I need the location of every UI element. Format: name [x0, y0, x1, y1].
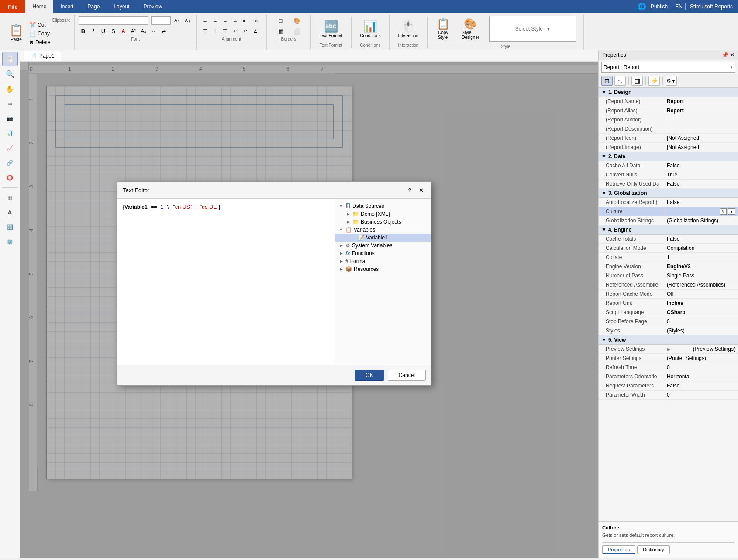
- language-btn[interactable]: EN: [672, 3, 686, 10]
- prop-value-enginever[interactable]: EngineV2: [664, 263, 738, 270]
- text-direction-button[interactable]: ↔: [149, 26, 159, 36]
- tree-resources[interactable]: ▶ 📦 Resources: [335, 265, 431, 273]
- prop-tab-properties[interactable]: Properties: [602, 545, 635, 554]
- tree-variables[interactable]: ▼ 📋 Variables: [335, 226, 431, 234]
- border-button[interactable]: ▦: [273, 26, 289, 36]
- prop-value-reqparams[interactable]: False: [664, 382, 738, 390]
- dialog-help-button[interactable]: ?: [405, 185, 414, 195]
- align-right-button[interactable]: ≡: [221, 16, 230, 25]
- dialog-cancel-button[interactable]: Cancel: [388, 370, 426, 381]
- valign-bottom-button[interactable]: ⊤: [221, 26, 230, 36]
- file-tab[interactable]: File: [0, 0, 25, 13]
- tab-home[interactable]: Home: [25, 0, 53, 13]
- tool-qr[interactable]: ▦: [2, 190, 18, 204]
- prop-value-desc[interactable]: [664, 128, 738, 130]
- tree-functions[interactable]: ▶ fx Functions: [335, 249, 431, 257]
- prop-tab-dictionary[interactable]: Dictionary: [637, 545, 670, 554]
- underline-button[interactable]: U: [99, 26, 108, 36]
- tree-expand-vars[interactable]: ▼: [338, 227, 344, 232]
- tool-richtext[interactable]: 🔡: [2, 220, 18, 234]
- tool-select[interactable]: 🖱️: [2, 52, 18, 66]
- prop-value-icon[interactable]: [Not Assigned]: [664, 134, 738, 142]
- tree-expand-res[interactable]: ▶: [338, 266, 344, 272]
- tool-band[interactable]: ▭: [2, 97, 18, 111]
- tool-shape[interactable]: ⭕: [2, 171, 18, 185]
- line-button[interactable]: ⬜: [289, 26, 305, 36]
- strikethrough-button[interactable]: S: [109, 26, 118, 36]
- prop-value-reportname[interactable]: Report: [664, 97, 738, 105]
- valign-top-button[interactable]: ⊤: [200, 26, 210, 36]
- prop-grid-view-button[interactable]: ⊞: [601, 76, 613, 86]
- page1-tab[interactable]: 📄 Page1: [24, 51, 61, 61]
- tree-data-sources[interactable]: ▼ 🗄 Data Sources: [335, 202, 431, 210]
- dialog-close-button[interactable]: ✕: [416, 185, 426, 195]
- tree-system-vars[interactable]: ▶ ⚙ System Variables: [335, 242, 431, 249]
- tool-chart[interactable]: 📊: [2, 126, 18, 140]
- tree-expand-datasources[interactable]: ▼: [338, 204, 344, 209]
- style-designer-button[interactable]: 🎨 Style Designer: [457, 16, 484, 42]
- prop-value-autolocalize[interactable]: False: [664, 198, 738, 206]
- preview-settings-expand[interactable]: ▶: [667, 346, 670, 352]
- prop-value-author[interactable]: [664, 119, 738, 121]
- superscript-button[interactable]: A²: [129, 26, 138, 36]
- rtl-button[interactable]: ⇌: [159, 26, 169, 36]
- culture-edit-button[interactable]: ✎: [720, 208, 727, 215]
- italic-button[interactable]: I: [89, 26, 98, 36]
- tool-hand[interactable]: ✋: [2, 82, 18, 96]
- align-justify-button[interactable]: ≡: [231, 16, 240, 25]
- prop-close-button[interactable]: ✕: [730, 52, 735, 58]
- prop-value-previewsettings[interactable]: ▶ (Preview Settings): [664, 345, 738, 353]
- section-globalization[interactable]: ▼ 3. Globalization: [599, 189, 738, 198]
- prop-value-styles[interactable]: (Styles): [664, 327, 738, 335]
- align-left-button[interactable]: ≡: [200, 16, 210, 25]
- tool-link[interactable]: 🔗: [2, 156, 18, 170]
- font-color-button[interactable]: A: [119, 26, 128, 36]
- tool-component[interactable]: 📷: [2, 111, 18, 125]
- section-data[interactable]: ▼ 2. Data: [599, 152, 738, 161]
- tree-variable1[interactable]: ▶ 📝 Variable1: [335, 234, 431, 242]
- interaction-button[interactable]: 🖱️ Interaction: [393, 16, 424, 42]
- subscript-button[interactable]: A₂: [139, 26, 148, 36]
- prop-value-collate[interactable]: 1: [664, 253, 738, 261]
- canvas-scroll[interactable]: 0 1 2 3 4 5 6 7: [20, 62, 598, 558]
- tab-layout[interactable]: Layout: [107, 0, 136, 13]
- prop-value-cacheall[interactable]: False: [664, 162, 738, 169]
- prop-pin-button[interactable]: 📌: [722, 52, 728, 58]
- fill-color-button[interactable]: 🎨: [289, 16, 305, 25]
- tool-more[interactable]: ⚙️: [2, 235, 18, 249]
- rtl-align-button[interactable]: ↩: [241, 26, 250, 36]
- border-style-button[interactable]: □: [273, 16, 289, 25]
- tab-insert[interactable]: Insert: [53, 0, 80, 13]
- dialog-ok-button[interactable]: OK: [355, 370, 384, 381]
- indent-button[interactable]: ⇥: [251, 16, 260, 25]
- valign-middle-button[interactable]: ⊥: [210, 26, 220, 36]
- tool-gauge[interactable]: 📈: [2, 141, 18, 155]
- prop-value-reportunit[interactable]: Inches: [664, 299, 738, 307]
- properties-list[interactable]: ▼ 1. Design (Report Name) Report (Report…: [599, 88, 738, 521]
- tree-expand-demo[interactable]: ▶: [345, 211, 351, 217]
- paste-button[interactable]: 📋 Paste: [5, 16, 27, 50]
- wordwrap-button[interactable]: ↵: [231, 26, 240, 36]
- copy-style-button[interactable]: 📋 Copy Style: [431, 16, 455, 42]
- tree-expand-fmt[interactable]: ▶: [338, 259, 344, 264]
- prop-value-refreshtime[interactable]: 0: [664, 363, 738, 371]
- prop-value-calcmode[interactable]: Compilation: [664, 244, 738, 252]
- prop-value-convertnulls[interactable]: True: [664, 171, 738, 179]
- tree-expand-bo[interactable]: ▶: [345, 219, 351, 225]
- tab-page[interactable]: Page: [80, 0, 107, 13]
- prop-value-retriveused[interactable]: False: [664, 180, 738, 188]
- properties-selector[interactable]: Report : Report ▼: [601, 62, 735, 73]
- outdent-button[interactable]: ⇤: [241, 16, 250, 25]
- prop-value-culture[interactable]: ✎ ▼: [664, 207, 738, 216]
- copy-button[interactable]: 📄 Copy: [28, 30, 52, 38]
- prop-value-scriptlang[interactable]: CSharp: [664, 308, 738, 316]
- prop-value-printersettings[interactable]: (Printer Settings): [664, 354, 738, 362]
- section-view[interactable]: ▼ 5. View: [599, 335, 738, 345]
- delete-button[interactable]: ✖ Delete: [28, 38, 52, 46]
- tab-preview[interactable]: Preview: [137, 0, 169, 13]
- angle-button[interactable]: ∠: [251, 26, 260, 36]
- prop-value-globstrings[interactable]: (Globalization Strings): [664, 217, 738, 225]
- section-design[interactable]: ▼ 1. Design: [599, 88, 738, 97]
- dialog-code-editor[interactable]: {Variable1 == 1 ? "en-US" : "de-DE"}: [117, 199, 335, 365]
- tool-zoom[interactable]: 🔍: [2, 67, 18, 81]
